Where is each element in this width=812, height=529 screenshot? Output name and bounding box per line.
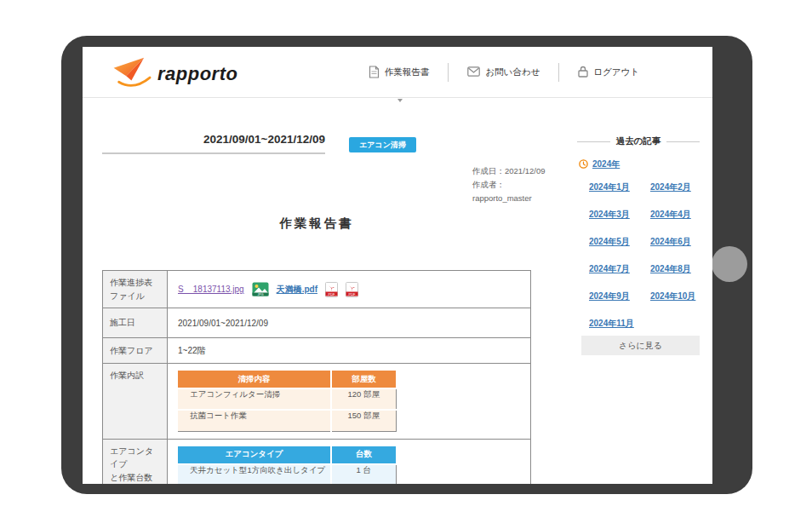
row-label: エアコンタイプ と作業台数	[103, 439, 168, 484]
archive-month-links: 2024年1月 2024年2月 2024年3月 2024年4月 2024年5月 …	[589, 181, 700, 345]
archive-link-month[interactable]: 2024年3月	[589, 209, 650, 236]
row-value: 1~22階	[168, 338, 531, 364]
paper-plane-icon	[112, 55, 156, 94]
archive-link-month[interactable]: 2024年4月	[650, 209, 700, 236]
pdf-file-icon[interactable]: PDF	[346, 282, 358, 297]
archive-link-month[interactable]: 2024年8月	[650, 263, 700, 290]
cell: 150 部屋	[331, 410, 396, 431]
table-row-construction-date: 施工日 2021/09/01~2021/12/09	[103, 308, 531, 338]
cell: 天井カセット型1方向吹き出しタイプ	[178, 464, 331, 485]
row-label: 作業フロア	[103, 338, 168, 364]
pdf-file-icon[interactable]: PDF	[325, 282, 338, 297]
logo-text: rapporto	[157, 63, 237, 85]
archive-year-row: 2024年	[579, 157, 620, 172]
browser-screen: rapporto 作業報告書	[83, 47, 712, 484]
cleaning-breakdown-table: 清掃内容 部屋数 エアコンフィルター清掃 120 部屋 抗菌コート作業 150 …	[178, 371, 397, 432]
chevron-down-icon	[397, 99, 403, 102]
author-label: 作成者：	[472, 178, 546, 192]
table-row: 抗菌コート作業 150 部屋	[178, 410, 396, 431]
table-row: 天井カセット型1方向吹き出しタイプ 1 台	[178, 464, 396, 485]
row-value: 2021/09/01~2021/12/09	[168, 308, 531, 338]
archive-link-month[interactable]: 2024年2月	[650, 181, 700, 209]
table-row-breakdown: 作業内訳 清掃内容 部屋数 エアコンフィルター清掃 120 部屋 抗菌コート作業	[103, 364, 531, 440]
svg-text:PDF: PDF	[329, 291, 336, 296]
document-icon	[369, 66, 380, 80]
archive-link-month[interactable]: 2024年10月	[650, 290, 700, 318]
report-table: 作業進捗表 ファイル S__18137113.jpg JPG	[102, 270, 531, 484]
archive-link-month[interactable]: 2024年5月	[589, 236, 650, 263]
see-more-button[interactable]: さらに見る	[581, 336, 700, 355]
column-header: 清掃内容	[178, 371, 331, 388]
ac-type-table: エアコンタイプ 台数 天井カセット型1方向吹き出しタイプ 1 台 ビルトイン型 …	[178, 446, 397, 485]
file-link-pdf[interactable]: 天満橋.pdf	[277, 284, 317, 296]
table-row-ac-type: エアコンタイプ と作業台数 エアコンタイプ 台数 天井カセット型1方向吹き出しタ…	[103, 439, 531, 484]
archive-link-month[interactable]: 2024年1月	[589, 181, 650, 209]
archive-link-month[interactable]: 2024年6月	[650, 236, 700, 263]
divider-line	[577, 141, 610, 142]
file-attachments: S__18137113.jpg JPG 天満橋.pdf	[178, 282, 520, 297]
archive-sidebar: 過去の記事 2024年 2024年1月 2024年2月 2024年3月 2024…	[577, 47, 700, 484]
column-header: エアコンタイプ	[178, 446, 331, 464]
svg-text:JPG: JPG	[257, 293, 263, 296]
report-title: 作業報告書	[102, 216, 531, 232]
report-meta: 作成日：2021/12/09 作成者： rapporto_master	[472, 164, 546, 205]
table-row: エアコンフィルター清掃 120 部屋	[178, 388, 396, 410]
jpg-thumbnail-icon[interactable]: JPG	[252, 282, 269, 296]
tablet-home-button[interactable]	[712, 246, 747, 282]
nav-label: お問い合わせ	[485, 66, 540, 78]
cell: 120 部屋	[331, 388, 396, 410]
table-row-floor: 作業フロア 1~22階	[103, 338, 531, 364]
tablet-frame: rapporto 作業報告書	[61, 36, 752, 494]
sidebar-title-text: 過去の記事	[616, 135, 661, 147]
cell: エアコンフィルター清掃	[178, 388, 331, 410]
archive-link-year[interactable]: 2024年	[592, 158, 620, 170]
file-link-jpg[interactable]: S__18137113.jpg	[178, 285, 244, 294]
row-label: 作業内訳	[103, 364, 168, 440]
report-period-title: 2021/09/01~2021/12/09	[102, 133, 325, 154]
category-tag: エアコン清掃	[349, 137, 416, 152]
table-row-files: 作業進捗表 ファイル S__18137113.jpg JPG	[103, 271, 531, 308]
mail-icon	[467, 66, 480, 78]
logo[interactable]: rapporto	[112, 55, 237, 94]
row-label: 作業進捗表 ファイル	[103, 271, 168, 308]
nav-item-contact[interactable]: お問い合わせ	[449, 66, 558, 78]
sidebar-title: 過去の記事	[577, 135, 700, 147]
author-value: rapporto_master	[472, 192, 546, 205]
divider-line	[666, 141, 700, 142]
nav-label: 作業報告書	[385, 66, 430, 78]
created-date: 作成日：2021/12/09	[472, 164, 546, 178]
cell: 抗菌コート作業	[178, 410, 331, 431]
row-label: 施工日	[103, 308, 168, 338]
svg-text:PDF: PDF	[349, 291, 357, 296]
column-header: 部屋数	[331, 371, 396, 388]
nav-item-work-reports[interactable]: 作業報告書	[350, 66, 449, 80]
cell: 1 台	[331, 464, 396, 485]
archive-link-month[interactable]: 2024年9月	[589, 290, 650, 318]
clock-icon	[579, 157, 588, 172]
archive-link-month[interactable]: 2024年7月	[589, 263, 650, 290]
column-header: 台数	[331, 446, 396, 464]
